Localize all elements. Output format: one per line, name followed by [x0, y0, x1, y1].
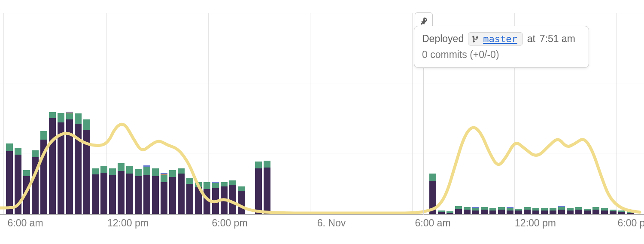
bar[interactable] — [118, 163, 125, 215]
x-tick-label: 6. Nov — [317, 217, 346, 229]
deploy-tooltip: Deployed master at 7:51 am 0 commits (+0… — [414, 26, 589, 68]
bar[interactable] — [186, 178, 193, 215]
x-tick-label: 6:00 am — [7, 217, 43, 229]
bar[interactable] — [66, 112, 73, 215]
rocket-icon — [419, 17, 428, 26]
bar[interactable] — [212, 182, 219, 215]
bar[interactable] — [23, 170, 30, 215]
bar[interactable] — [558, 206, 565, 215]
x-tick-label: 12:00 pm — [107, 217, 149, 229]
bar[interactable] — [152, 168, 159, 215]
bar[interactable] — [195, 182, 202, 215]
bar[interactable] — [135, 169, 142, 215]
bar[interactable] — [49, 112, 56, 215]
x-tick-label: 6:00 pm — [212, 217, 247, 229]
bar[interactable] — [109, 168, 116, 215]
bar[interactable] — [238, 186, 245, 215]
bar[interactable] — [75, 113, 82, 215]
bar[interactable] — [40, 131, 47, 215]
bar[interactable] — [92, 168, 99, 215]
branch-name-link[interactable]: master — [483, 34, 517, 44]
x-tick-label: 12:00 pm — [515, 217, 556, 229]
bar[interactable] — [15, 148, 21, 215]
deploy-time: 7:51 am — [540, 33, 575, 45]
bar[interactable] — [6, 143, 13, 215]
bar[interactable] — [255, 162, 262, 215]
bar[interactable] — [126, 166, 133, 215]
bar[interactable] — [229, 180, 236, 215]
bar[interactable] — [264, 161, 270, 215]
x-axis-baseline — [0, 214, 644, 215]
bar[interactable] — [221, 182, 228, 215]
bar[interactable] — [429, 174, 436, 215]
bar[interactable] — [161, 173, 167, 215]
git-branch-icon — [472, 35, 480, 43]
bar[interactable] — [58, 113, 64, 215]
deploy-time-prefix: at — [527, 33, 535, 45]
bar[interactable] — [204, 182, 210, 215]
bar[interactable] — [455, 206, 462, 215]
x-axis-labels: 6:00 am12:00 pm6:00 pm6. Nov6:00 am12:00… — [0, 217, 644, 235]
deployed-label: Deployed — [422, 33, 464, 45]
bar[interactable] — [178, 168, 185, 215]
bar[interactable] — [143, 165, 150, 215]
x-tick-label: 6:00 am — [415, 217, 450, 229]
deploy-commits-line: 0 commits (+0/-0) — [422, 49, 581, 61]
bar[interactable] — [83, 119, 90, 215]
branch-chip[interactable]: master — [468, 32, 522, 46]
bar[interactable] — [169, 170, 176, 215]
bar[interactable] — [32, 150, 39, 215]
bar[interactable] — [100, 166, 107, 215]
x-tick-label: 6:00 pm — [617, 217, 644, 229]
